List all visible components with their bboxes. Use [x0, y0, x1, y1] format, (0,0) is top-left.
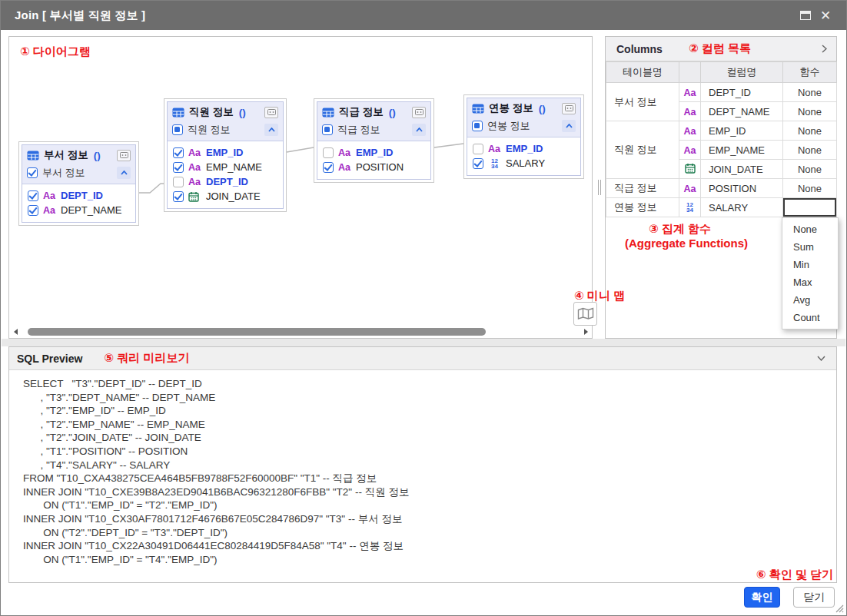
column-checkbox[interactable] [173, 162, 184, 173]
header-table-name: 테이블명 [606, 62, 679, 83]
node-select-all-checkbox[interactable] [472, 121, 483, 131]
node-alias-label: 직원 정보 [188, 123, 231, 137]
node-column-row: 1234 SALARY [467, 156, 580, 171]
node-title-suffix: () [539, 103, 546, 114]
function-cell[interactable]: None [783, 83, 837, 102]
scrollbar-track[interactable] [20, 328, 581, 336]
chevron-up-icon [416, 128, 423, 132]
node-header[interactable]: 연봉 정보() [467, 98, 580, 117]
chevron-up-icon [268, 128, 275, 132]
table-node-emp[interactable]: 직원 정보() 직원 정보 Aa EMP_ID Aa [164, 98, 287, 212]
node-header[interactable]: 직원 정보() [168, 102, 283, 121]
table-node-position[interactable]: 직급 정보() 직급 정보 Aa EMP_ID Aa [314, 98, 434, 183]
alias-button[interactable] [562, 103, 576, 114]
node-column-row: Aa DEPT_ID [168, 174, 283, 189]
collapse-button[interactable] [117, 167, 131, 179]
table-node-salary[interactable]: 연봉 정보() 연봉 정보 Aa EMP_ID 12 [463, 94, 584, 179]
maximize-button[interactable] [796, 5, 815, 25]
table-node-dept[interactable]: 부서 정보() 부서 정보 Aa DEPT_ID A [18, 141, 139, 226]
function-cell[interactable]: None [783, 102, 837, 121]
dropdown-option-max[interactable]: Max [782, 273, 838, 291]
chevron-right-icon[interactable] [822, 45, 827, 53]
node-title: 직원 정보 [189, 105, 234, 119]
column-checkbox[interactable] [28, 205, 38, 216]
collapse-button[interactable] [562, 120, 576, 132]
node-alias-label: 부서 정보 [42, 166, 85, 180]
column-checkbox[interactable] [323, 162, 334, 173]
node-header[interactable]: 직급 정보() [317, 102, 430, 121]
column-name: JOIN_DATE [206, 190, 261, 202]
function-cell-focused[interactable] [783, 198, 837, 217]
node-header[interactable]: 부서 정보() [22, 145, 135, 164]
arrow-right-icon [584, 329, 588, 335]
collapse-button[interactable] [264, 124, 278, 136]
text-type-icon: Aa [188, 177, 201, 187]
function-cell[interactable]: None [783, 121, 837, 141]
dropdown-option-none[interactable]: None [782, 220, 838, 238]
node-title-suffix: () [389, 107, 396, 118]
window-restore-icon [800, 11, 811, 20]
node-select-all-checkbox[interactable] [322, 124, 333, 135]
header-function: 함수 [783, 62, 837, 83]
function-cell[interactable]: None [783, 179, 837, 198]
text-type-icon: Aa [43, 190, 56, 201]
text-type-icon: Aa [338, 162, 351, 173]
sql-preview-title: SQL Preview [17, 353, 82, 365]
annotation-confirm: ⑥ 확인 및 닫기 [756, 568, 833, 582]
node-select-all-checkbox[interactable] [27, 167, 38, 178]
ok-button[interactable]: 확인 [744, 587, 780, 608]
header-type-icon [679, 62, 701, 83]
sql-preview-header[interactable]: SQL Preview ⑤ 쿼리 미리보기 [9, 347, 836, 370]
column-checkbox[interactable] [473, 144, 483, 154]
scroll-left-button[interactable] [11, 327, 20, 336]
scroll-right-button[interactable] [581, 327, 590, 336]
close-dialog-button[interactable]: 닫기 [793, 587, 835, 608]
alias-button[interactable] [117, 150, 131, 161]
dropdown-option-avg[interactable]: Avg [782, 291, 838, 309]
alias-button[interactable] [264, 107, 278, 118]
alias-icon [565, 105, 573, 111]
chevron-down-icon[interactable] [817, 356, 825, 361]
dropdown-option-count[interactable]: Count [782, 309, 838, 326]
node-column-row: Aa POSITION [317, 160, 430, 174]
node-alias-label: 연봉 정보 [487, 119, 530, 133]
section-gap [2, 339, 845, 346]
column-checkbox[interactable] [473, 158, 483, 169]
column-checkbox[interactable] [28, 190, 38, 201]
close-button[interactable]: ✕ [815, 5, 835, 25]
window-title: Join [ 부서별 직원 정보 ] [15, 8, 145, 23]
table-name-cell: 연봉 정보 [606, 198, 679, 217]
column-checkbox[interactable] [323, 147, 334, 158]
dropdown-option-sum[interactable]: Sum [782, 238, 838, 256]
node-select-all-checkbox[interactable] [172, 124, 183, 135]
column-checkbox[interactable] [173, 147, 184, 158]
minimap-button[interactable] [573, 302, 597, 326]
column-checkbox[interactable] [173, 191, 184, 202]
column-checkbox[interactable] [173, 177, 184, 187]
column-name: DEPT_NAME [61, 204, 121, 216]
node-column-row: Aa DEPT_NAME [22, 203, 135, 217]
annotation-columns: ② 컬럼 목록 [689, 41, 751, 56]
resize-grip[interactable] [835, 604, 844, 613]
node-title: 부서 정보 [44, 148, 88, 162]
panel-splitter[interactable] [596, 180, 603, 195]
alias-button[interactable] [412, 107, 426, 118]
column-name-cell: EMP_NAME [701, 141, 783, 160]
text-type-icon: Aa [684, 107, 696, 118]
dropdown-option-min[interactable]: Min [782, 256, 838, 273]
function-cell[interactable]: None [783, 160, 837, 179]
column-name: EMP_NAME [206, 161, 262, 173]
scrollbar-thumb[interactable] [28, 328, 486, 336]
function-cell[interactable]: None [783, 141, 837, 160]
collapse-button[interactable] [412, 124, 426, 136]
table-icon [172, 108, 184, 118]
table-row: 부서 정보 Aa DEPT_ID None [606, 83, 837, 102]
arrow-left-icon [14, 329, 18, 335]
sql-preview-panel: SQL Preview ⑤ 쿼리 미리보기 SELECT "T3"."DEPT_… [8, 346, 837, 583]
columns-table: 테이블명 컬럼명 함수 부서 정보 Aa DEPT_ID None Aa DEP… [606, 61, 837, 217]
node-alias-label: 직급 정보 [337, 123, 380, 137]
column-name: EMP_ID [506, 143, 543, 154]
node-column-row: Aa EMP_ID [467, 141, 580, 156]
diagram-panel: ① 다이어그램 부서 정보() 부서 정보 [8, 36, 593, 339]
column-name-cell: JOIN_DATE [701, 160, 783, 179]
